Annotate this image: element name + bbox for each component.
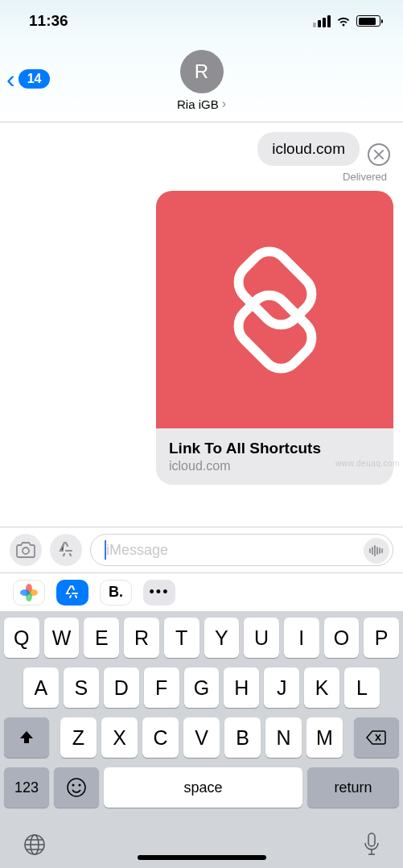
key-r[interactable]: R <box>124 618 159 658</box>
globe-icon[interactable] <box>23 833 47 857</box>
key-f[interactable]: F <box>144 668 179 708</box>
backspace-key[interactable] <box>354 717 399 758</box>
key-h[interactable]: H <box>224 668 259 708</box>
shift-icon <box>18 729 35 746</box>
app-store-strip-icon[interactable] <box>56 580 88 606</box>
emoji-key[interactable] <box>54 767 99 808</box>
keyboard-bottom-bar <box>0 821 403 868</box>
key-u[interactable]: U <box>244 618 279 658</box>
backspace-icon <box>366 730 387 746</box>
back-button[interactable]: ‹ 14 <box>6 66 50 92</box>
status-bar: 11:36 <box>0 0 403 42</box>
message-bubble[interactable]: icloud.com <box>257 132 360 166</box>
svg-point-13 <box>72 784 75 787</box>
watermark: www.deuaq.com <box>335 459 400 468</box>
key-i[interactable]: I <box>284 618 319 658</box>
app-store-button[interactable] <box>50 534 82 566</box>
key-d[interactable]: D <box>104 668 139 708</box>
contact-name-button[interactable]: Ria iGB › <box>177 97 226 111</box>
svg-point-14 <box>79 784 81 787</box>
key-c[interactable]: C <box>142 717 179 758</box>
key-k[interactable]: K <box>304 668 339 708</box>
svg-point-12 <box>68 779 85 796</box>
key-a[interactable]: A <box>23 668 59 708</box>
key-j[interactable]: J <box>264 668 299 708</box>
keyboard-row-1: QWERTYUIOP <box>4 618 399 658</box>
camera-button[interactable] <box>10 534 42 566</box>
photos-app-icon[interactable] <box>13 580 45 606</box>
contact-name-label: Ria iGB <box>177 97 219 111</box>
unread-badge: 14 <box>19 69 51 89</box>
audio-wave-icon <box>368 545 384 556</box>
key-y[interactable]: Y <box>204 618 240 658</box>
shortcuts-icon <box>207 242 343 378</box>
bold-app-icon[interactable]: B. <box>100 580 132 606</box>
key-t[interactable]: T <box>164 618 199 658</box>
status-time: 11:36 <box>29 12 68 30</box>
key-n[interactable]: N <box>265 717 302 758</box>
delivered-status: Delivered <box>10 171 387 183</box>
app-store-icon <box>57 541 75 559</box>
key-z[interactable]: Z <box>60 717 97 758</box>
chevron-right-icon: › <box>222 97 226 111</box>
svg-point-11 <box>20 589 30 596</box>
key-v[interactable]: V <box>183 717 220 758</box>
link-preview-card[interactable]: Link To All Shortcuts icloud.com <box>156 191 393 485</box>
input-placeholder: iMessage <box>105 542 168 559</box>
mic-icon[interactable] <box>363 832 380 858</box>
emoji-icon <box>66 777 87 798</box>
chevron-left-icon: ‹ <box>6 66 15 92</box>
link-preview-title: Link To All Shortcuts <box>169 440 380 457</box>
contact-avatar[interactable]: R <box>180 50 224 93</box>
status-indicators <box>313 15 380 27</box>
sent-message-row: icloud.com <box>10 132 393 166</box>
keyboard-row-2: ASDFGHJKL <box>4 668 399 708</box>
key-o[interactable]: O <box>324 618 360 658</box>
link-preview-image <box>156 191 393 428</box>
key-q[interactable]: Q <box>4 618 39 658</box>
key-b[interactable]: B <box>224 717 261 758</box>
numbers-key[interactable]: 123 <box>4 767 49 808</box>
key-w[interactable]: W <box>44 618 80 658</box>
space-key[interactable]: space <box>104 767 302 808</box>
audio-message-button[interactable] <box>364 538 389 564</box>
key-x[interactable]: X <box>101 717 138 758</box>
home-indicator[interactable] <box>138 855 266 860</box>
keyboard: QWERTYUIOP ASDFGHJKL ZXCVBNM 123 space r… <box>0 611 403 821</box>
wifi-icon <box>335 15 352 27</box>
key-m[interactable]: M <box>306 717 343 758</box>
conversation-header: ‹ 14 R Ria iGB › <box>0 42 403 122</box>
key-l[interactable]: L <box>344 668 380 708</box>
message-input-bar: iMessage <box>0 527 403 572</box>
app-strip[interactable]: B. ••• <box>0 572 403 611</box>
svg-rect-20 <box>368 833 375 846</box>
link-preview-info: Link To All Shortcuts icloud.com <box>156 428 393 485</box>
battery-icon <box>356 15 380 27</box>
keyboard-row-3: ZXCVBNM <box>4 717 399 758</box>
keyboard-row-4: 123 space return <box>4 767 399 808</box>
camera-icon <box>16 542 35 558</box>
key-p[interactable]: P <box>364 618 399 658</box>
more-apps-icon[interactable]: ••• <box>143 580 175 606</box>
key-e[interactable]: E <box>84 618 119 658</box>
return-key[interactable]: return <box>307 767 399 808</box>
key-s[interactable]: S <box>64 668 99 708</box>
signal-icon <box>313 15 331 27</box>
shift-key[interactable] <box>4 717 49 758</box>
key-g[interactable]: G <box>184 668 220 708</box>
message-input[interactable]: iMessage <box>90 534 393 566</box>
safari-icon[interactable] <box>368 143 390 166</box>
